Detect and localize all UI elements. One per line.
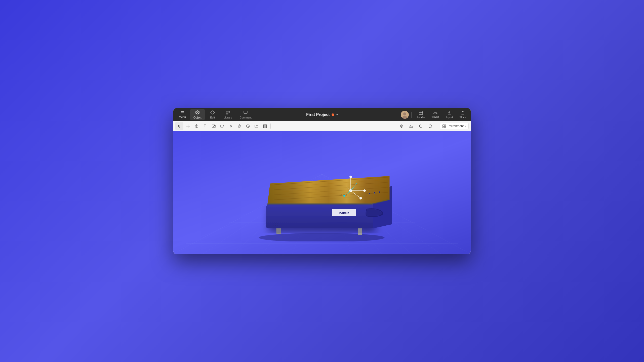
svg-line-71: [351, 191, 361, 198]
project-title-area: First Project ▾: [306, 112, 338, 117]
nav-right-actions: Render </> Viewer Export: [401, 110, 469, 120]
share-icon: [461, 111, 465, 115]
tool-light[interactable]: [227, 122, 235, 130]
viewport[interactable]: bakeit bakeit bakeit: [173, 131, 471, 254]
svg-rect-28: [442, 126, 444, 128]
svg-line-73: [344, 191, 351, 196]
edit-icon: [210, 110, 215, 115]
svg-rect-17: [221, 125, 223, 127]
svg-point-55: [273, 225, 274, 226]
svg-marker-1: [196, 111, 199, 113]
app-window: ☰ Menu Object Edit: [173, 108, 471, 254]
svg-rect-4: [226, 112, 230, 113]
tool-transform[interactable]: [261, 122, 269, 130]
project-title: First Project: [306, 112, 330, 117]
tool-image[interactable]: [210, 122, 218, 130]
svg-text:bakeit: bakeit: [339, 211, 349, 215]
svg-point-23: [400, 125, 403, 127]
tool-video[interactable]: [218, 122, 226, 130]
svg-point-25: [429, 125, 432, 128]
svg-rect-26: [442, 125, 444, 126]
svg-point-68: [350, 176, 352, 178]
nav-bar: ☰ Menu Object Edit: [173, 108, 471, 121]
tool-decal[interactable]: [417, 122, 425, 130]
library-icon: [226, 110, 230, 115]
svg-rect-5: [226, 113, 228, 114]
svg-rect-3: [226, 111, 230, 112]
nav-edit[interactable]: Edit: [206, 109, 220, 120]
svg-rect-29: [444, 126, 446, 128]
svg-line-76: [346, 185, 351, 191]
svg-rect-6: [244, 111, 247, 113]
tool-select[interactable]: [175, 122, 183, 130]
svg-point-74: [343, 195, 345, 197]
status-dot: [332, 113, 334, 116]
svg-rect-27: [444, 125, 446, 126]
environment-selector[interactable]: Environment ▾: [440, 123, 469, 129]
svg-marker-2: [211, 111, 215, 114]
comment-icon: [243, 110, 248, 115]
viewer-button[interactable]: </> Viewer: [429, 110, 441, 119]
svg-point-48: [259, 233, 385, 241]
export-button[interactable]: Export: [443, 110, 455, 120]
environment-chevron-icon: ▾: [465, 125, 466, 128]
nav-menu[interactable]: ☰ Menu: [175, 110, 189, 119]
export-icon: [447, 111, 451, 115]
tool-box[interactable]: [192, 122, 200, 130]
transform-gizmo: [337, 171, 377, 211]
toolbar-right: Environment ▾: [398, 122, 469, 130]
svg-rect-11: [421, 111, 423, 113]
svg-point-53: [275, 223, 276, 224]
tool-snap[interactable]: [398, 122, 406, 130]
tool-folder[interactable]: [252, 122, 260, 130]
render-icon: [419, 111, 423, 115]
svg-point-56: [275, 225, 276, 226]
render-button[interactable]: Render: [414, 110, 427, 120]
svg-point-70: [364, 189, 366, 192]
tool-surface[interactable]: [407, 122, 415, 130]
svg-rect-12: [419, 113, 421, 114]
svg-point-72: [360, 197, 362, 199]
nav-comment[interactable]: Comment: [236, 109, 255, 120]
svg-point-8: [403, 112, 406, 115]
object-icon: [195, 110, 200, 115]
tool-text[interactable]: T: [201, 122, 209, 130]
svg-marker-20: [238, 125, 240, 127]
svg-point-60: [379, 191, 380, 193]
svg-point-54: [277, 223, 278, 224]
svg-rect-13: [421, 113, 423, 114]
environment-label: Environment: [447, 124, 464, 128]
tool-curve[interactable]: [244, 122, 252, 130]
svg-point-16: [214, 125, 215, 126]
svg-point-57: [277, 225, 278, 226]
svg-point-52: [273, 223, 274, 224]
nav-object[interactable]: Object: [190, 109, 205, 120]
svg-rect-10: [419, 111, 421, 113]
svg-point-24: [401, 126, 402, 127]
menu-icon: ☰: [181, 111, 184, 115]
share-button[interactable]: Share: [457, 110, 469, 120]
tool-paint[interactable]: [235, 122, 243, 130]
svg-line-77: [351, 184, 356, 191]
tool-sphere[interactable]: [426, 122, 434, 130]
nav-library[interactable]: Library: [220, 109, 236, 120]
viewer-icon: </>: [433, 111, 438, 115]
tool-move[interactable]: [184, 122, 192, 130]
toolbar-separator: [270, 124, 271, 129]
user-avatar[interactable]: [401, 111, 409, 119]
toolbar-sep-2: [437, 124, 437, 129]
svg-point-18: [230, 125, 231, 127]
toolbar: T: [173, 121, 471, 131]
project-dropdown-icon[interactable]: ▾: [336, 113, 338, 116]
